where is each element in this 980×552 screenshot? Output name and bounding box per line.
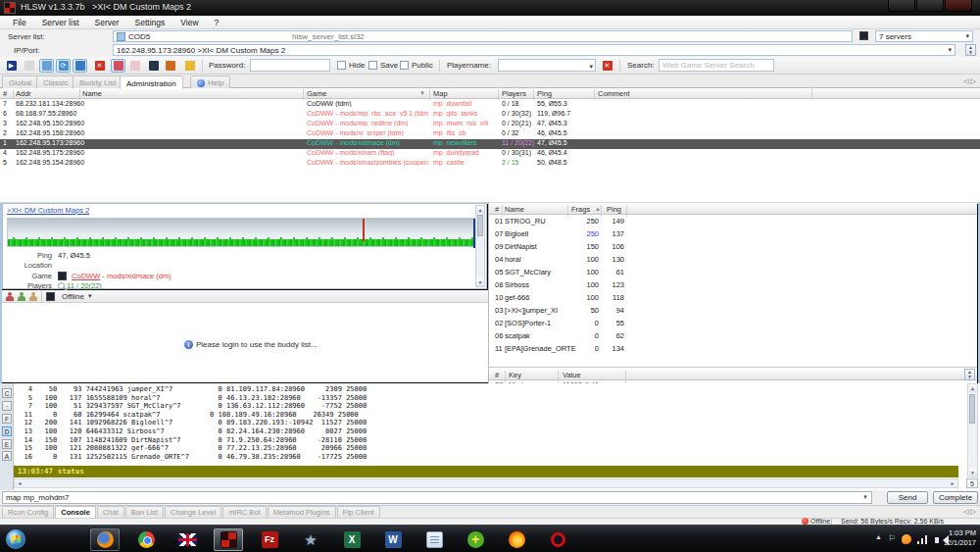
tab-chat[interactable]: Chat [97,506,124,518]
taskbar-updater[interactable] [461,528,490,551]
console-hscrollbar[interactable]: ◄ ► [14,478,958,488]
menu-server-list[interactable]: Server list [35,17,86,28]
buddy-busy-icon[interactable] [6,292,14,301]
connect-button[interactable]: ▶ [4,59,19,73]
action-center-flag-icon[interactable]: ⚐ [888,533,896,543]
taskbar-opera[interactable] [543,528,572,551]
col-num[interactable]: # [3,89,7,98]
menu-file[interactable]: File [6,17,33,28]
player-row[interactable]: 06scatpak062 [489,331,977,342]
tab-scroll-arrows[interactable]: ◁ ▷ [963,77,976,85]
server-list-combo[interactable]: COD5 hlsw_server_list.sl32 [113,30,853,42]
col-map[interactable]: Map [433,89,448,98]
maximize-button[interactable] [916,0,944,12]
col-ping[interactable]: Ping [537,89,552,98]
add-server-button[interactable] [111,59,125,73]
tab-metamod-plugins[interactable]: Metamod Plugins [268,506,336,518]
buddy-online-icon[interactable] [18,292,25,301]
remove-server-button[interactable]: ✕ [92,59,107,73]
network-icon[interactable] [917,535,927,544]
server-row[interactable]: 6 68.168.97.55:28960 [RBC] UNREAL WEAPON… [0,110,980,120]
rcon-button[interactable] [146,59,161,73]
filter-d-button[interactable]: D [2,427,12,436]
taskbar-word[interactable]: W [378,528,408,551]
server-row[interactable]: 4 162.248.95.175:28960 >XI< Vietnam Free… [0,149,980,159]
col-addr[interactable]: Addr [16,89,31,98]
player-row[interactable]: 07Bigloell250137 [489,229,977,240]
filter-c-button[interactable]: C [2,388,12,398]
tab-change-level[interactable]: Change Level [165,506,221,518]
server-row[interactable]: 5 162.248.95.154:28960 >XI< Insane Zombi… [0,159,980,169]
col-num[interactable]: # [495,371,499,379]
player-row[interactable]: 09DirtNapist150106 [489,242,977,253]
presence-status[interactable]: Offline [62,292,84,301]
send-button[interactable]: Send [887,491,928,504]
server-details-link[interactable]: >XI< DM Custom Maps 2 [7,206,89,215]
volume-icon[interactable] [935,537,939,543]
player-row[interactable]: 03[>XI<]jumper_XI5094 [489,306,977,317]
taskbar-firefox-2[interactable] [502,528,531,551]
start-button[interactable] [6,529,25,549]
scroll-up-icon[interactable]: ▲ [969,384,977,392]
taskbar-filezilla[interactable]: Fz [255,528,284,551]
monitor-view-button[interactable] [39,59,54,73]
complete-button[interactable]: Complete [933,491,978,504]
rcon-command-input[interactable] [2,491,872,504]
player-row[interactable]: 11[EPA]Grenade_ORTE0134 [489,344,977,355]
minimize-button[interactable] [888,0,915,12]
col-key[interactable]: Key [509,371,521,379]
col-game[interactable]: Game [307,89,326,98]
filter-f-button[interactable]: F [2,414,12,424]
server-row-selected[interactable]: 1 162.248.95.173:28960 >XI< DM Custom Ma… [0,139,980,149]
taskbar-game[interactable]: ★ [296,528,325,551]
tab-administration[interactable]: Administration [120,75,183,89]
tab-rcon-config[interactable]: Rcon Config [2,506,54,518]
taskbar-notepad[interactable] [419,528,449,551]
player-row[interactable]: 08Sirboss100123 [489,280,977,291]
close-button[interactable] [945,0,972,12]
ip-port-combo[interactable]: 162.248.95.173:28960 >XI< DM Custom Maps… [113,44,956,56]
taskbar-language[interactable] [172,528,202,551]
tray-expand-icon[interactable]: ▲ [875,533,882,540]
scroll-down-icon[interactable]: ▼ [476,278,484,286]
buddy-button[interactable] [163,59,177,73]
buddy-away-icon[interactable] [29,292,37,301]
tab-console[interactable]: Console [55,506,96,518]
server-row[interactable]: 7 68.232.181.134:28960 «TBB» Hardcore XI… [0,100,980,110]
taskbar-firefox[interactable] [90,528,120,551]
scroll-left-icon[interactable]: ◄ [16,480,24,487]
tab-ftp-client[interactable]: Ftp Client [337,506,380,518]
tab-ban-list[interactable]: Ban List [125,506,164,518]
col-frags[interactable]: Frags [571,205,590,214]
player-row[interactable]: 05SGT_McClary10061 [489,268,977,278]
scroll-right-icon[interactable]: ► [949,480,956,487]
alert-button[interactable] [182,59,197,73]
col-comment[interactable]: Comment [598,89,630,98]
details-scrollbar[interactable]: ▲ ▼ [475,205,485,287]
edit-server-button[interactable] [127,59,142,73]
taskbar-chrome[interactable] [131,528,161,551]
password-input[interactable] [250,59,330,72]
col-num[interactable]: # [495,205,499,214]
game-link[interactable]: CoDWW [72,272,100,280]
playername-combo[interactable]: ▾ [498,59,596,72]
scroll-down-icon[interactable]: ▼ [969,469,977,477]
port-spinner[interactable]: ▲▼ [965,44,976,56]
rules-spinner[interactable]: ▲▼ [964,369,975,380]
avast-icon[interactable] [902,534,911,544]
bottom-tab-scroll-arrows[interactable]: ◁ ▷ [963,508,976,516]
tab-buddy-list[interactable]: Buddy List [73,75,122,88]
server-row[interactable]: 3 162.248.95.150:28960 »XI«REDLINE CTF C… [0,120,980,129]
taskbar-hlsw[interactable] [214,528,243,551]
magnifier-icon[interactable] [58,282,65,289]
menu-help[interactable]: ? [208,17,226,28]
refresh-button[interactable]: ⟳ [56,59,71,73]
filter-a-button[interactable]: A [2,451,12,461]
tab-classic[interactable]: Classic [36,75,75,88]
scroll-up-icon[interactable]: ▲ [476,206,484,214]
col-value[interactable]: Value [563,371,581,379]
player-row[interactable]: 01STROG_RU250149 [489,217,977,227]
tab-mirc-bot[interactable]: mIRC Bot [222,506,267,518]
col-name[interactable]: Name [505,205,524,214]
server-row[interactable]: 2 162.248.95.158:28960 >XI< SNIPER CoDWW… [0,129,980,139]
